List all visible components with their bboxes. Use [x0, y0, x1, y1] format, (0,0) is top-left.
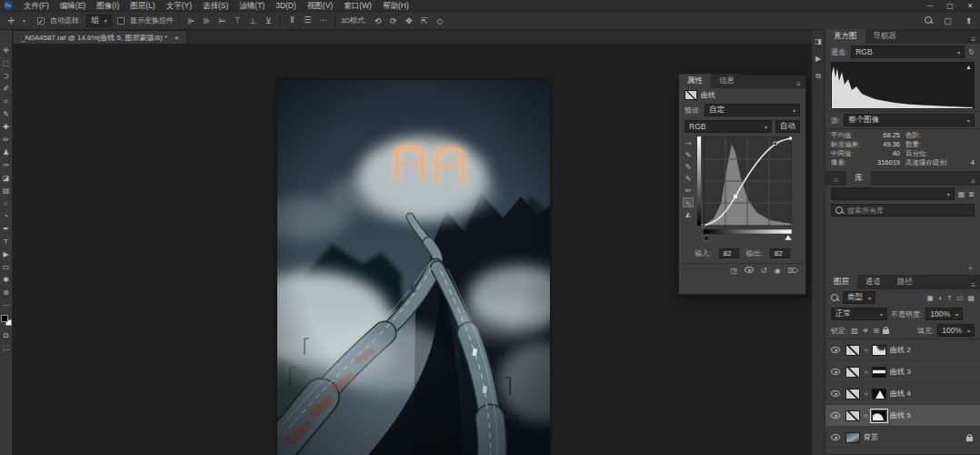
- menu-item-4[interactable]: 文字(Y): [161, 0, 197, 12]
- tab-navigator[interactable]: 导航器: [865, 29, 905, 44]
- clip-to-layer-icon[interactable]: ◳: [730, 267, 737, 275]
- menu-item-2[interactable]: 图像(I): [91, 0, 125, 12]
- restore-button[interactable]: ▢: [940, 0, 960, 12]
- layer-mask-thumbnail[interactable]: [872, 389, 886, 399]
- channel-dropdown[interactable]: RGB ▾: [685, 120, 772, 133]
- layer-row-曲线 2[interactable]: ∞曲线 2: [825, 339, 980, 361]
- align-left-icon[interactable]: ⊫: [185, 16, 197, 25]
- brush-tool[interactable]: ✏: [0, 134, 12, 146]
- lasso-tool[interactable]: ⊃: [0, 70, 12, 82]
- align-center-h-icon[interactable]: ⊪: [201, 16, 213, 25]
- distribute-gap-icon[interactable]: ⋯: [317, 15, 329, 25]
- close-button[interactable]: ✕: [960, 0, 980, 12]
- filter-type-icon[interactable]: T: [947, 294, 952, 302]
- library-search-input[interactable]: 搜索所有库: [831, 204, 975, 217]
- screen-mode-icon[interactable]: ⛶: [0, 342, 12, 354]
- visibility-eye-icon[interactable]: [745, 267, 754, 273]
- more-tools[interactable]: ⋯: [0, 299, 12, 311]
- color-panel-icon[interactable]: ◨: [815, 37, 822, 46]
- share-icon[interactable]: ⬆: [963, 16, 975, 25]
- menu-item-7[interactable]: 3D(D): [270, 0, 302, 12]
- layer-filter-dropdown[interactable]: 类型 ▾: [843, 291, 875, 304]
- visibility-toggle[interactable]: [829, 347, 842, 353]
- clip-warning-icon[interactable]: ◭: [683, 209, 694, 219]
- menu-item-9[interactable]: 窗口(W): [338, 0, 377, 12]
- visibility-toggle[interactable]: [829, 369, 842, 375]
- align-bottom-icon[interactable]: ⊻: [263, 16, 275, 25]
- adjustment-layer-icon[interactable]: [845, 367, 860, 378]
- distribute-h-icon[interactable]: ⫴: [286, 15, 298, 25]
- visibility-toggle[interactable]: [829, 412, 842, 419]
- layer-mask-thumbnail[interactable]: [872, 345, 886, 356]
- menu-item-8[interactable]: 视图(V): [302, 0, 338, 12]
- white-eyedropper-icon[interactable]: ✎: [683, 174, 694, 184]
- source-dropdown[interactable]: 整个图像 ▾: [844, 114, 975, 126]
- menu-item-10[interactable]: 帮助(H): [377, 0, 415, 12]
- menu-item-5[interactable]: 选择(S): [197, 0, 234, 12]
- distribute-v-icon[interactable]: ☰: [302, 15, 314, 25]
- canvas-area[interactable]: 属性 信息 ≡ 曲线 预设: 自定 ▾ RGB ▾: [13, 44, 812, 455]
- opacity-dropdown[interactable]: 100% ▾: [925, 308, 963, 320]
- marquee-tool[interactable]: ⬚: [0, 57, 12, 69]
- healing-brush-tool[interactable]: ✚: [0, 121, 12, 133]
- show-transform-checkbox[interactable]: [117, 17, 125, 25]
- eyedropper-tool[interactable]: ✎: [0, 108, 12, 120]
- tab-paths[interactable]: 路径: [889, 275, 921, 289]
- search-icon[interactable]: [925, 16, 933, 25]
- pen-tool[interactable]: ✒: [0, 223, 12, 235]
- shape-tool[interactable]: ▭: [0, 261, 12, 273]
- filter-shape-icon[interactable]: ▭: [956, 294, 964, 302]
- tat-hand-icon[interactable]: ⊸: [683, 138, 694, 148]
- menu-item-3[interactable]: 图层(L): [125, 0, 160, 12]
- curve-grid[interactable]: [695, 135, 802, 246]
- foreground-color-swatch[interactable]: [1, 315, 8, 322]
- home-tab-icon[interactable]: ⌂: [825, 173, 846, 186]
- adjustment-layer-icon[interactable]: [845, 410, 860, 421]
- layer-name[interactable]: 曲线 4: [890, 389, 911, 399]
- gray-eyedropper-icon[interactable]: ✎: [683, 162, 694, 172]
- layer-row-曲线 5[interactable]: ∞曲线 5: [825, 405, 980, 427]
- quick-mask-icon[interactable]: ◘: [0, 329, 12, 341]
- 3d-scale-icon[interactable]: ◇: [434, 16, 445, 25]
- align-middle-icon[interactable]: ⊥: [247, 16, 259, 25]
- align-top-icon[interactable]: ⊤: [232, 16, 244, 25]
- visibility-toggle[interactable]: [829, 390, 842, 397]
- layer-name[interactable]: 背景: [864, 432, 878, 442]
- layer-name[interactable]: 曲线 2: [890, 345, 911, 355]
- adjustment-layer-icon[interactable]: [845, 389, 860, 399]
- tab-layers[interactable]: 图层: [825, 275, 857, 289]
- refresh-icon[interactable]: ↻: [968, 48, 975, 56]
- layer-row-曲线 4[interactable]: ∞曲线 4: [825, 383, 980, 405]
- tab-libraries[interactable]: 库: [846, 171, 871, 186]
- lock-transparent-icon[interactable]: ▨: [851, 327, 858, 335]
- layer-mask-thumbnail[interactable]: [872, 410, 886, 421]
- pencil-curve-icon[interactable]: ✏: [683, 186, 694, 196]
- output-value[interactable]: 82: [770, 248, 790, 258]
- 3d-pan-icon[interactable]: ✥: [403, 16, 415, 25]
- tab-properties[interactable]: 属性: [679, 74, 711, 88]
- clone-stamp-tool[interactable]: ♟: [0, 147, 12, 158]
- 3d-rotate-icon[interactable]: ⟲: [372, 16, 384, 25]
- tab-channels[interactable]: 通道: [857, 275, 889, 289]
- actions-panel-icon[interactable]: ▶: [815, 55, 821, 63]
- quick-select-tool[interactable]: ✐: [0, 83, 12, 95]
- dodge-tool[interactable]: ◔: [0, 210, 12, 222]
- layer-row-背景[interactable]: 背景: [825, 427, 980, 449]
- adjustment-layer-icon[interactable]: [845, 345, 860, 356]
- tab-close-icon[interactable]: ×: [175, 34, 179, 42]
- input-value[interactable]: 82: [719, 248, 739, 258]
- workspace-icon[interactable]: ▢: [942, 16, 954, 25]
- move-tool-icon[interactable]: ✛: [5, 16, 17, 25]
- preset-dropdown[interactable]: 自定 ▾: [705, 104, 800, 116]
- zoom-tool[interactable]: ⊕: [0, 287, 12, 298]
- lock-pixels-icon[interactable]: ✛: [863, 327, 869, 335]
- delete-icon[interactable]: ⌦: [788, 267, 798, 275]
- crop-tool[interactable]: ⌗: [0, 96, 12, 107]
- add-library-icon[interactable]: +: [968, 264, 973, 273]
- fill-dropdown[interactable]: 100% ▾: [937, 324, 975, 337]
- auto-select-dropdown[interactable]: 组 ▾: [86, 15, 112, 27]
- 3d-slide-icon[interactable]: ⇱: [418, 16, 430, 25]
- menu-item-0[interactable]: 文件(F): [18, 0, 55, 12]
- history-panel-icon[interactable]: ⧉: [815, 72, 821, 81]
- document-tab[interactable]: _N0A4587.raf @ 14.6%(曲线 5, 图层蒙版/8) * ×: [13, 30, 187, 44]
